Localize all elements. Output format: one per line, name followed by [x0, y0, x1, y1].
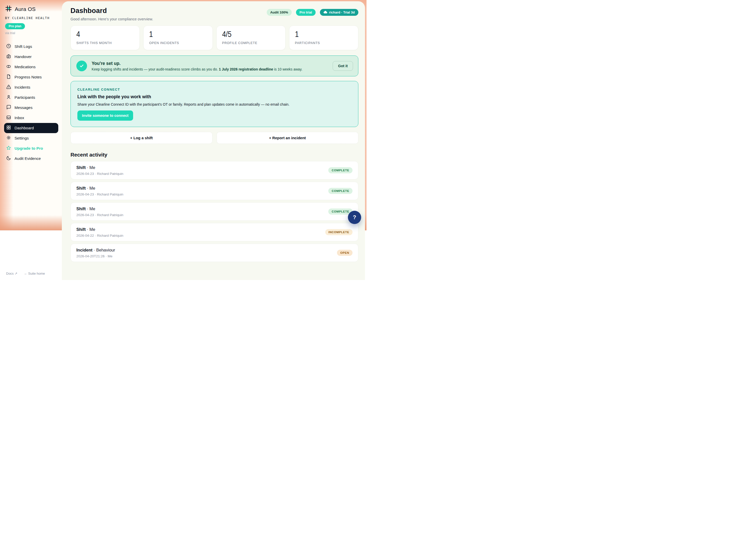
- stat-card-profile-complete: 4/5 PROFILE COMPLETE: [216, 25, 286, 50]
- setup-success-banner: You're set up. Keep logging shifts and i…: [71, 55, 358, 76]
- dashboard-grid-icon: [6, 125, 11, 131]
- activity-title: Shift · Me: [76, 206, 123, 211]
- sidebar-item-participants[interactable]: Participants: [4, 92, 58, 103]
- help-button[interactable]: ?: [348, 211, 361, 224]
- sidebar-item-incidents[interactable]: Incidents: [4, 82, 58, 92]
- sidebar-item-label: Messages: [15, 105, 33, 110]
- activity-type: Incident: [76, 248, 92, 252]
- docs-link[interactable]: Docs ↗: [6, 272, 17, 275]
- activity-meta: 2026-04-23 · Richard Patriquin: [76, 192, 123, 196]
- page-header: Dashboard Good afternoon. Here’s your co…: [71, 7, 358, 21]
- sidebar-item-label: Inbox: [15, 116, 24, 120]
- app-logo-row: Aura OS: [4, 5, 62, 13]
- sidebar-item-label: Participants: [15, 95, 35, 100]
- star-icon: [6, 145, 11, 151]
- stat-label: PARTICIPANTS: [295, 41, 353, 45]
- separator: ·: [87, 186, 88, 190]
- pro-trial-badge: Pro trial: [296, 9, 316, 16]
- app-logo-grid-icon: [5, 5, 12, 13]
- sidebar-item-messages[interactable]: Messages: [4, 103, 58, 113]
- sidebar-item-handover[interactable]: Handover: [4, 52, 58, 62]
- got-it-button[interactable]: Got it: [333, 61, 353, 71]
- file-icon: [6, 74, 11, 80]
- sidebar-item-label: Handover: [15, 54, 32, 59]
- sidebar-item-inbox[interactable]: Inbox: [4, 113, 58, 123]
- activity-row[interactable]: Shift · Me 2026-04-23 · Richard Patriqui…: [71, 182, 358, 200]
- stat-value: 1: [149, 30, 153, 39]
- user-account-badge[interactable]: richard · Trial 3d: [320, 9, 358, 16]
- connect-body: Share your Clearline Connect ID with the…: [77, 102, 351, 106]
- sidebar-item-label: Medications: [15, 65, 36, 69]
- plan-badge: Pro plan: [5, 23, 25, 29]
- app-title: Aura OS: [15, 6, 36, 12]
- briefcase-icon: [6, 54, 11, 60]
- check-circle-icon: [76, 61, 87, 71]
- recent-activity-heading: Recent activity: [71, 152, 358, 158]
- connect-eyebrow: CLEARLINE CONNECT: [77, 88, 351, 91]
- moon-icon: [6, 156, 11, 162]
- activity-subject: Me: [89, 165, 95, 170]
- activity-subject: Me: [89, 206, 95, 211]
- sidebar-item-label: Dashboard: [15, 126, 34, 130]
- sidebar-item-audit-evidence[interactable]: Audit Evidence: [4, 153, 58, 164]
- status-badge: OPEN: [337, 250, 353, 256]
- sidebar-item-shift-logs[interactable]: Shift Logs: [4, 41, 58, 52]
- report-incident-button[interactable]: + Report an incident: [217, 132, 359, 144]
- activity-title: Shift · Me: [76, 186, 123, 191]
- stat-value: 4/5: [222, 30, 231, 39]
- activity-subject: Behaviour: [96, 248, 115, 252]
- sidebar-item-label: Settings: [15, 136, 29, 141]
- sidebar-item-medications[interactable]: Medications: [4, 62, 58, 72]
- stat-card-participants: 1 PARTICIPANTS: [289, 25, 358, 50]
- status-badge: INCOMPLETE: [325, 229, 353, 235]
- clearline-connect-card: CLEARLINE CONNECT Link with the people y…: [71, 81, 358, 127]
- sidebar-item-label: Progress Notes: [15, 75, 42, 79]
- banner-deadline-text: 1 July 2026 registration deadline: [219, 67, 273, 71]
- sidebar-item-progress-notes[interactable]: Progress Notes: [4, 72, 58, 82]
- activity-type: Shift: [76, 165, 86, 170]
- user-icon: [6, 94, 11, 101]
- activity-list: Shift · Me 2026-04-23 · Richard Patriqui…: [71, 161, 358, 262]
- log-shift-button[interactable]: + Log a shift: [71, 132, 213, 144]
- quick-actions: + Log a shift + Report an incident: [71, 132, 358, 144]
- activity-row[interactable]: Shift · Me 2026-04-23 · Richard Patriqui…: [71, 161, 358, 179]
- activity-row[interactable]: Shift · Me 2026-04-22 · Richard Patriqui…: [71, 223, 358, 241]
- sidebar-item-label: Shift Logs: [15, 44, 32, 49]
- page-subtitle: Good afternoon. Here’s your compliance o…: [71, 17, 153, 21]
- page-title: Dashboard: [71, 7, 153, 15]
- connect-title: Link with the people you work with: [77, 94, 351, 100]
- activity-meta: 2026-04-22 · Richard Patriquin: [76, 234, 123, 237]
- invite-connect-button[interactable]: Invite someone to connect: [77, 110, 133, 121]
- cloud-icon: [323, 10, 327, 14]
- clock-icon: [6, 44, 11, 50]
- activity-title: Shift · Me: [76, 165, 123, 170]
- activity-row[interactable]: Shift · Me 2026-04-23 · Richard Patriqui…: [71, 202, 358, 221]
- sidebar: Aura OS BY CLEARLINE HEALTH Pro plan via…: [0, 0, 62, 280]
- sidebar-nav: Shift Logs Handover Medications Progress…: [4, 41, 62, 164]
- activity-row[interactable]: Incident · Behaviour 2026-04-20T21:26 · …: [71, 244, 358, 262]
- inbox-icon: [6, 115, 11, 121]
- activity-subject: Me: [89, 227, 95, 232]
- activity-title: Incident · Behaviour: [76, 248, 115, 253]
- plan-note: via trial: [4, 31, 62, 35]
- suite-home-link[interactable]: ← Suite home: [24, 272, 45, 275]
- sidebar-item-upgrade-to-pro[interactable]: Upgrade to Pro: [4, 143, 58, 153]
- activity-type: Shift: [76, 186, 86, 190]
- status-badge: COMPLETE: [328, 188, 353, 194]
- separator: ·: [87, 165, 88, 170]
- sidebar-item-settings[interactable]: Settings: [4, 133, 58, 143]
- header-badges: Audit 100% Pro trial richard · Trial 3d: [267, 7, 358, 16]
- sidebar-item-label: Audit Evidence: [15, 156, 41, 161]
- alert-triangle-icon: [6, 84, 11, 90]
- stat-card-open-incidents: 1 OPEN INCIDENTS: [143, 25, 213, 50]
- sidebar-footer: Docs ↗ ← Suite home: [6, 272, 45, 275]
- stat-card-shifts: 4 SHIFTS THIS MONTH: [71, 25, 140, 50]
- sidebar-item-label: Upgrade to Pro: [15, 146, 43, 151]
- activity-subject: Me: [89, 186, 95, 190]
- stat-value: 1: [295, 30, 299, 39]
- activity-meta: 2026-04-23 · Richard Patriquin: [76, 172, 123, 176]
- stat-label: OPEN INCIDENTS: [149, 41, 207, 45]
- banner-body: Keep logging shifts and incidents — your…: [92, 67, 302, 71]
- banner-title: You're set up.: [92, 61, 302, 66]
- sidebar-item-dashboard[interactable]: Dashboard: [4, 123, 58, 133]
